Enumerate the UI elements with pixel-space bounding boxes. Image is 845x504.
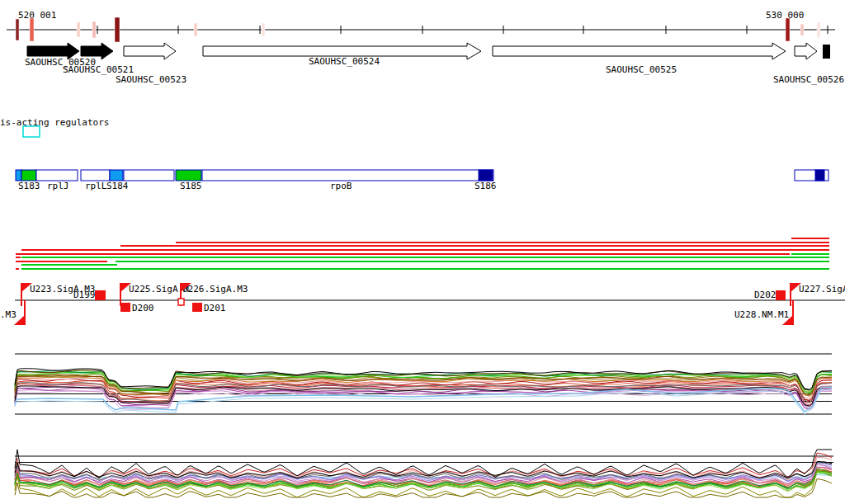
feature-box[interactable] (202, 170, 493, 181)
feature-label: rplL (85, 181, 107, 191)
gene-arrow-partial[interactable] (823, 45, 830, 59)
site-marker[interactable] (30, 18, 34, 41)
terminator-marker[interactable]: D202 (754, 290, 786, 300)
terminator-label: D200 (132, 303, 154, 313)
site-marker[interactable] (92, 21, 96, 38)
tss-flag-label: .M3 (0, 309, 17, 320)
feature-label: S185 (180, 181, 202, 191)
site-marker[interactable] (262, 23, 265, 36)
feature-label: S183 (18, 181, 40, 191)
site-marker[interactable] (16, 19, 19, 40)
ruler-start-position-label: 520 001 (18, 10, 56, 21)
site-marker[interactable] (786, 18, 790, 41)
ruler-end-position-label: 530 000 (766, 10, 804, 21)
feature-box[interactable] (36, 170, 78, 181)
feature-label: rplJ (47, 181, 69, 191)
genome-browser-canvas: 520 001530 000SAOUHSC_00520SAOUHSC_00521… (0, 0, 845, 504)
site-marker[interactable] (115, 17, 120, 42)
terminator-label: D201 (204, 303, 226, 313)
tss-flag-label: U228.NM.M1 (734, 309, 789, 320)
regulator-legend-box (23, 126, 40, 137)
feature-box[interactable] (815, 170, 824, 181)
signal-plot-block2 (15, 450, 833, 497)
feature-label: S184 (106, 181, 129, 191)
site-marker[interactable] (800, 24, 804, 35)
terminator-label: D199 (73, 290, 96, 300)
gene-arrow[interactable] (124, 43, 176, 59)
tss-flag-up[interactable]: U227.SigA (791, 283, 845, 306)
gene-arrow[interactable] (493, 43, 786, 59)
feature-label: rpoB (330, 181, 352, 191)
terminator-label: D202 (754, 290, 777, 300)
gene-arrow[interactable] (795, 43, 817, 59)
terminator-marker[interactable]: D201 (192, 303, 226, 313)
transcript-track (16, 238, 829, 269)
gene-label: SAOUHSC_00525 (606, 64, 677, 75)
regulators-legend: is-acting regulators (0, 117, 109, 137)
site-marker[interactable] (194, 23, 197, 36)
ruler-track: 520 001530 000 (7, 10, 835, 42)
gene-track: SAOUHSC_00520SAOUHSC_00521SAOUHSC_00523S… (25, 43, 844, 85)
tss-terminator-track: U223.SigA.M3U225.SigA.MU226.SigA.M3U227.… (0, 283, 845, 325)
gene-label: SAOUHSC_00524 (309, 56, 380, 67)
site-marker[interactable] (77, 22, 80, 37)
genome-browser-window: 520 001530 000SAOUHSC_00520SAOUHSC_00521… (0, 0, 845, 504)
feature-box[interactable] (16, 170, 21, 181)
feature-box[interactable] (176, 170, 201, 181)
site-marker[interactable] (817, 22, 820, 37)
feature-track: S183rplJrplLS184S185rpoBS186 (16, 170, 828, 191)
feature-box[interactable] (81, 170, 110, 181)
feature-label: S186 (474, 181, 497, 191)
signal-plot-block1 (15, 354, 832, 414)
terminator-marker[interactable]: D200 (120, 303, 154, 313)
regulators-legend-label: is-acting regulators (0, 117, 109, 128)
gene-label: SAOUHSC_00526 (773, 74, 844, 85)
tss-flag-label: U227.SigA (799, 284, 845, 294)
feature-box[interactable] (110, 170, 123, 181)
feature-box[interactable] (21, 170, 36, 181)
tss-flag-down[interactable]: U228.NM.M1 (734, 300, 793, 325)
feature-box[interactable] (479, 170, 493, 181)
gene-label: SAOUHSC_00523 (116, 74, 186, 85)
tss-flag-label: U226.SigA.M3 (182, 284, 248, 294)
feature-box[interactable] (124, 170, 174, 181)
terminator-marker[interactable]: D199 (73, 290, 106, 300)
